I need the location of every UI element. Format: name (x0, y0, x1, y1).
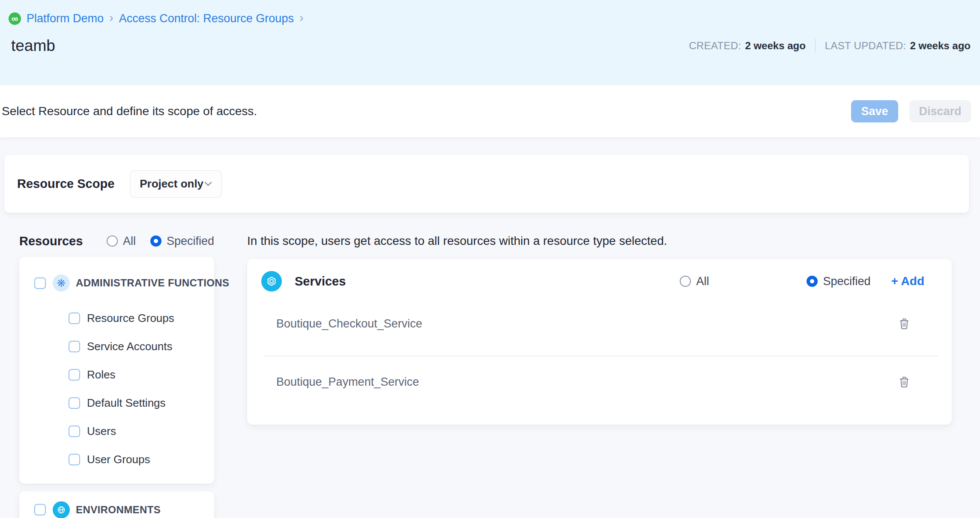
radio-selected-icon (807, 276, 818, 287)
resource-item-roles: Roles (19, 360, 214, 389)
service-row: Boutique_Payment_Service (247, 356, 952, 408)
instruction-text: Select Resource and define its scope of … (2, 104, 257, 118)
resource-item-label: Users (87, 425, 116, 438)
environments-card: ENVIRONMENTS (19, 491, 214, 518)
content-columns: Resources All Specified (0, 232, 980, 518)
users-checkbox[interactable] (69, 426, 80, 437)
service-accounts-checkbox[interactable] (69, 341, 80, 352)
project-icon: ∞ (9, 12, 21, 25)
add-service-button[interactable]: + Add (891, 274, 924, 288)
group-row-administrative-functions: ADMINISTRATIVE FUNCTIONS (19, 262, 214, 304)
service-name: Boutique_Payment_Service (276, 375, 419, 389)
resource-item-service-accounts: Service Accounts (19, 332, 214, 360)
action-bar: Select Resource and define its scope of … (0, 85, 980, 138)
gear-icon (53, 274, 70, 292)
resource-scope-dropdown[interactable]: Project only (130, 170, 222, 198)
scope-note: In this scope, users get access to all r… (247, 234, 952, 248)
resource-scope-selected-value: Project only (140, 177, 203, 191)
resource-item-label: User Groups (87, 453, 150, 466)
resource-scope-card: Resource Scope Project only (4, 155, 969, 213)
delete-service-button[interactable] (898, 375, 911, 389)
resources-radio-all-label: All (123, 235, 136, 248)
resource-item-user-groups: User Groups (19, 445, 214, 473)
breadcrumb-item-resource-groups[interactable]: Access Control: Resource Groups (119, 12, 294, 25)
title-row: teamb CREATED: 2 weeks ago LAST UPDATED:… (9, 37, 971, 55)
services-title: Services (295, 274, 346, 289)
updated-meta: LAST UPDATED: 2 weeks ago (825, 40, 971, 52)
radio-selected-icon (150, 235, 161, 247)
services-card: Services All Specified + Add Boutique_Ch… (247, 259, 952, 425)
resource-scope-label: Resource Scope (17, 177, 114, 191)
resources-radio-specified[interactable]: Specified (150, 235, 214, 248)
resources-header: Resources All Specified (19, 232, 214, 250)
save-button[interactable]: Save (851, 100, 898, 122)
scope-detail-column: In this scope, users get access to all r… (230, 232, 980, 518)
resources-radio-specified-label: Specified (167, 235, 214, 248)
group-label: ADMINISTRATIVE FUNCTIONS (76, 277, 229, 289)
services-radio-specified-label: Specified (823, 275, 870, 288)
administrative-functions-checkbox[interactable] (34, 277, 46, 289)
resources-title: Resources (19, 234, 83, 248)
meta-divider (815, 39, 816, 53)
group-label: ENVIRONMENTS (76, 504, 161, 516)
resource-item-resource-groups: Resource Groups (19, 304, 214, 332)
chevron-right-icon: › (109, 12, 114, 24)
created-value: 2 weeks ago (745, 40, 805, 52)
resource-item-label: Roles (87, 368, 115, 381)
user-groups-checkbox[interactable] (69, 454, 80, 465)
resources-sidebar: Resources All Specified (0, 232, 230, 518)
page-header: ∞ Platform Demo › Access Control: Resour… (0, 0, 980, 85)
service-name: Boutique_Checkout_Service (276, 317, 422, 330)
updated-label: LAST UPDATED: (825, 40, 906, 52)
breadcrumb: ∞ Platform Demo › Access Control: Resour… (9, 12, 971, 25)
group-row-environments: ENVIRONMENTS (19, 491, 214, 518)
roles-checkbox[interactable] (69, 369, 80, 381)
main-content: Resource Scope Project only Resources Al… (0, 138, 980, 518)
administrative-functions-card: ADMINISTRATIVE FUNCTIONS Resource Groups… (19, 257, 214, 484)
action-buttons: Save Discard (851, 100, 971, 122)
resources-radio-all[interactable]: All (107, 235, 136, 248)
record-meta: CREATED: 2 weeks ago LAST UPDATED: 2 wee… (689, 39, 971, 53)
discard-button[interactable]: Discard (909, 100, 971, 122)
radio-unselected-icon (680, 276, 691, 287)
delete-service-button[interactable] (898, 317, 911, 330)
trash-icon (898, 317, 911, 330)
services-radio-all-label: All (696, 275, 709, 288)
globe-icon (53, 501, 70, 518)
created-meta: CREATED: 2 weeks ago (689, 40, 805, 52)
services-radio-specified[interactable]: Specified (807, 275, 870, 288)
services-card-header: Services All Specified + Add (247, 259, 952, 292)
resource-groups-checkbox[interactable] (69, 313, 80, 324)
resources-radio-group: All Specified (107, 235, 214, 248)
chevron-down-icon (204, 182, 212, 186)
default-settings-checkbox[interactable] (69, 397, 80, 409)
breadcrumb-item-platform-demo[interactable]: Platform Demo (27, 12, 104, 25)
page-title: teamb (11, 37, 55, 55)
radio-unselected-icon (107, 235, 118, 247)
resource-item-users: Users (19, 417, 214, 445)
resource-item-label: Resource Groups (87, 312, 174, 325)
resource-item-label: Service Accounts (87, 340, 172, 353)
resource-item-label: Default Settings (87, 396, 166, 410)
chevron-right-icon: › (299, 12, 304, 24)
resource-item-default-settings: Default Settings (19, 389, 214, 417)
service-row: Boutique_Checkout_Service (247, 292, 952, 356)
updated-value: 2 weeks ago (910, 40, 971, 52)
service-hexagon-icon (261, 271, 282, 292)
created-label: CREATED: (689, 40, 741, 52)
environments-checkbox[interactable] (34, 504, 46, 515)
services-radio-all[interactable]: All (680, 275, 709, 288)
trash-icon (898, 375, 911, 389)
